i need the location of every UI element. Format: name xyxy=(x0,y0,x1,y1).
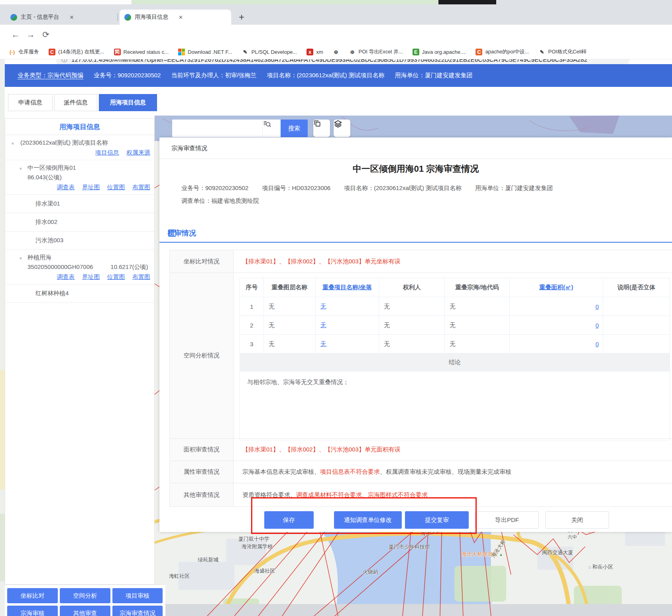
overlap-project-link[interactable]: 无 xyxy=(320,340,326,348)
bookmark-item[interactable]: xxm xyxy=(307,49,323,55)
conclusion-label: 结论 xyxy=(240,353,670,371)
close-button[interactable]: 关闭 xyxy=(545,511,609,529)
tab-apply-info[interactable]: 申请信息 xyxy=(8,94,53,111)
bookmark-favicon-icon: 简 xyxy=(114,49,121,55)
tree-item-unit2[interactable]: ▼ 种植用海 350205000000GH07006 10.6217(公顷) 调… xyxy=(5,250,154,284)
link-location-map[interactable]: 位置图 xyxy=(107,273,125,280)
tab-separator xyxy=(118,13,118,21)
forward-icon[interactable]: → xyxy=(24,28,37,41)
map-search-input[interactable] xyxy=(172,120,262,137)
export-pdf-button[interactable]: 导出PDF xyxy=(475,511,539,529)
bookmark-label: Received status c... xyxy=(124,49,169,55)
overlap-area-link[interactable]: 0 xyxy=(595,303,599,310)
bookmark-item[interactable]: EJava org.apache.... xyxy=(413,49,466,55)
sea-review-button[interactable]: 宗海审核 xyxy=(7,606,58,616)
bookmark-item[interactable]: 简Received status c... xyxy=(114,49,169,55)
unit-area: 10.6217(公顷) xyxy=(110,263,148,271)
layers-icon[interactable] xyxy=(334,120,350,137)
row-label: 空间分析情况 xyxy=(170,273,234,438)
tree-item-project[interactable]: ▼ (20230612xal测试) 测试项目名称 项目信息 权属来源 xyxy=(5,135,154,160)
col-area-link[interactable]: 重叠面积(㎡) xyxy=(510,278,603,297)
bookmark-item[interactable]: ⊕POI 导出Excel 并... xyxy=(349,48,403,55)
reload-icon[interactable]: ⟳ xyxy=(39,28,53,41)
row-label: 面积审查情况 xyxy=(170,439,234,461)
globe-favicon-icon xyxy=(124,14,131,21)
bookmark-favicon-icon: ✎ xyxy=(242,49,249,55)
bookmark-item[interactable]: ✎POI格式化Cell样 xyxy=(538,48,587,55)
desktop-sliver xyxy=(496,0,672,4)
link-layout-map[interactable]: 布置图 xyxy=(132,184,150,190)
link-boundary-map[interactable]: 界址图 xyxy=(82,184,100,190)
map-label: 海沧附属学校 xyxy=(242,543,273,550)
browser-tab-active[interactable]: 用海项目信息 ✕ xyxy=(120,10,231,25)
col-project-link[interactable]: 重叠项目名称/坐落 xyxy=(316,278,379,297)
spatial-analysis-button[interactable]: 空间分析 xyxy=(60,588,110,603)
link-survey-table[interactable]: 调查表 xyxy=(57,184,75,190)
map-canvas[interactable]: 厦门资源规划厦门资源规划石塘村⌂东坑安居房水头新村大码头餐厅⊙东渡码头濠头社区⌂… xyxy=(155,116,672,616)
banner-field: 业务类型：宗海代码预编 xyxy=(18,72,83,79)
bookmark-favicon-icon: x xyxy=(307,49,313,55)
chevron-down-icon[interactable]: ▼ xyxy=(19,256,23,261)
tab-title: 用海项目信息 xyxy=(135,14,168,21)
link-project-info[interactable]: 项目信息 xyxy=(95,149,119,156)
tree-item-child[interactable]: 污水池003 xyxy=(5,231,154,250)
tab-close-icon[interactable]: ✕ xyxy=(69,14,74,20)
link-ownership-source[interactable]: 权属来源 xyxy=(126,149,150,156)
overlap-area-link[interactable]: 0 xyxy=(595,322,599,329)
tab-close-icon[interactable]: ✕ xyxy=(179,14,183,20)
map-label: ⌂和岳小区 xyxy=(588,563,613,571)
desktop-sliver xyxy=(0,0,132,4)
bookmark-item[interactable]: Capache的poi中设... xyxy=(476,48,529,55)
back-icon[interactable]: ← xyxy=(9,28,22,41)
search-button[interactable]: 搜索 xyxy=(281,120,308,137)
project-review-button[interactable]: 项目审核 xyxy=(112,588,163,603)
new-tab-button[interactable]: + xyxy=(236,12,247,23)
bookmark-item[interactable]: ✎PL/SQL Develope... xyxy=(242,49,297,55)
tree-item-child[interactable]: 排水002 xyxy=(5,213,154,231)
bookmark-label: Java org.apache.... xyxy=(422,49,466,55)
bookmark-item[interactable]: Download .NET F... xyxy=(178,49,232,55)
overlap-table: 序号 重叠图层名称 重叠项目名称/坐落 权利人 重叠宗海/地代码 重叠面积(㎡)… xyxy=(240,278,670,440)
link-location-map[interactable]: 位置图 xyxy=(107,184,125,190)
tab-sea-project-info[interactable]: 用海项目信息 xyxy=(99,94,157,111)
overlap-project-link[interactable]: 无 xyxy=(320,322,326,329)
bookmark-item[interactable]: (-)仓库服务 xyxy=(9,48,39,55)
tree-item-unit1[interactable]: ▼ 中一区倾倒用海01 86.043(公顷) 调查表 界址图 位置图 布置图 xyxy=(5,160,154,195)
page-gutter xyxy=(0,59,5,616)
copy-extent-icon[interactable] xyxy=(313,120,330,137)
overlap-project-link[interactable]: 无 xyxy=(320,303,326,310)
browser-tab-home[interactable]: 主页 - 信息平台 ✕ xyxy=(6,10,118,25)
unit-area: 86.043(公顷) xyxy=(5,174,150,181)
attr-review-text: 宗海基本信息表未完成审核、项目信息表不符合要求、权属调查审核未完成审核、现场测量… xyxy=(234,461,672,483)
link-survey-table[interactable]: 调查表 xyxy=(57,273,75,280)
link-boundary-map[interactable]: 界址图 xyxy=(82,273,100,280)
link-layout-map[interactable]: 布置图 xyxy=(132,273,150,280)
review-title: 中一区倾倒用海01 宗海审查情况 xyxy=(159,163,672,175)
col-code: 重叠宗海/地代码 xyxy=(445,278,510,297)
chevron-down-icon[interactable]: ▼ xyxy=(19,167,23,171)
project-name: (20230612xal测试) 测试项目名称 xyxy=(5,139,150,147)
unit-code: 350205000000GH07006 xyxy=(28,263,93,271)
bookmark-favicon-icon: (-) xyxy=(9,49,16,55)
tree-item-child[interactable]: 红树林种植4 xyxy=(5,284,154,303)
bookmark-favicon-icon: ⊕ xyxy=(333,49,340,55)
tab-dispatch-info[interactable]: 派件信息 xyxy=(54,94,97,111)
bookmark-label: POI 导出Excel 并... xyxy=(359,48,403,55)
coord-compare-button[interactable]: 坐标比对 xyxy=(7,588,58,603)
business-banner: 业务类型：宗海代码预编 业务号：9092020230502 当前环节及办理人：初… xyxy=(5,64,672,87)
conclusion-text: 与相邻宗地、宗海等无交叉重叠情况； xyxy=(240,371,670,440)
tree-item-child[interactable]: 排水渠01 xyxy=(5,195,154,213)
chevron-down-icon[interactable]: ▼ xyxy=(11,141,15,146)
bookmark-favicon-icon: ⊕ xyxy=(349,49,356,55)
search-options-icon[interactable] xyxy=(262,120,281,137)
bookmark-item[interactable]: ⊕ xyxy=(333,49,340,55)
sea-review-status-button[interactable]: 宗海审查情况 xyxy=(112,606,163,616)
bookmark-label: (14条消息) 在线更... xyxy=(58,48,104,55)
table-row-spatial: 空间分析情况 序号 重叠图层名称 重叠项目名称/坐落 权利人 重叠宗海/地代码 … xyxy=(170,273,672,439)
overlap-row: 3 无 无 无 无 0 xyxy=(240,335,670,353)
area-error-text: 【排水渠01】、【排水002】、【污水池003】单元面积有误 xyxy=(242,446,401,453)
other-review-button[interactable]: 其他审查 xyxy=(60,606,110,616)
bookmark-item[interactable]: C(14条消息) 在线更... xyxy=(49,48,104,55)
review-meta: 业务号：9092020230502 项目编号：HD032023006 项目名称：… xyxy=(181,184,553,192)
overlap-area-link[interactable]: 0 xyxy=(595,341,599,347)
